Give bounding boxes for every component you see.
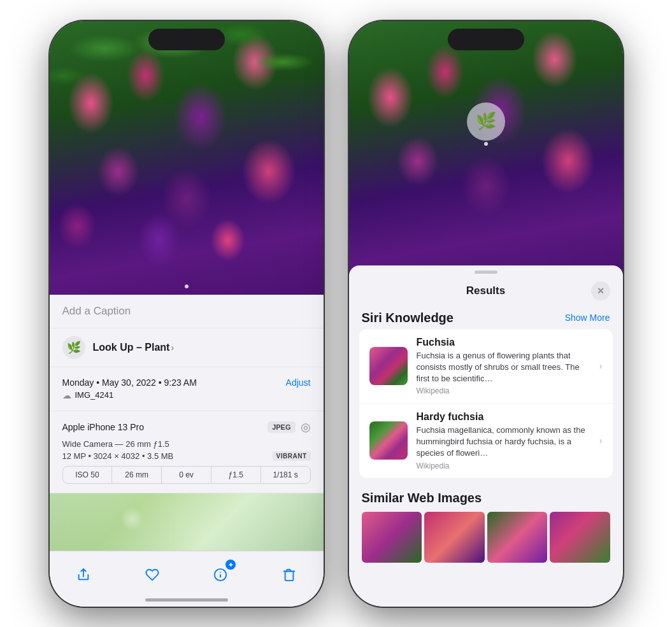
exif-iso: ISO 50 [63,467,113,483]
show-more-button[interactable]: Show More [565,313,610,323]
vibrant-badge: VIBRANT [273,451,311,461]
hardy-name: Hardy fuchsia [417,411,590,423]
caption-placeholder: Add a Caption [62,305,131,317]
exif-ev: 0 ev [162,467,211,483]
date-section: Monday • May 30, 2022 • 9:23 AM Adjust ☁… [50,367,324,411]
map-area[interactable] [50,493,324,557]
photo-area-right: 🌿 [349,21,623,276]
similar-section: Similar Web Images [349,481,623,568]
knowledge-item-hardy[interactable]: Hardy fuchsia Fuchsia magellanica, commo… [359,404,613,478]
camera-spec: Wide Camera — 26 mm ƒ1.5 [62,439,311,449]
siri-knowledge-header: Siri Knowledge Show More [349,306,623,329]
delete-button[interactable] [275,561,303,589]
similar-images-grid [362,512,610,563]
lookup-icon: 🌿 [62,336,85,359]
cloud-icon: ☁ [62,390,71,400]
device-name: Apple iPhone 13 Pro [62,422,144,432]
siri-knowledge-title: Siri Knowledge [362,311,454,325]
knowledge-item-fuchsia[interactable]: Fuchsia Fuchsia is a genus of flowering … [359,329,613,404]
info-button[interactable]: ✦ [206,561,234,589]
home-indicator-left [145,598,228,602]
exif-aperture: ƒ1.5 [211,467,261,483]
dynamic-island-left [148,29,225,50]
hardy-content: Hardy fuchsia Fuchsia magellanica, commo… [417,411,590,470]
hardy-chevron: › [599,435,603,446]
hardy-desc: Fuchsia magellanica, commonly known as t… [417,425,590,460]
results-sheet: Results ✕ Siri Knowledge Show More Fuchs… [349,265,623,607]
similar-image-3[interactable] [487,512,548,563]
siri-dot [484,142,488,146]
photo-dot-indicator [185,285,189,288]
exif-focal: 26 mm [112,467,162,483]
fuchsia-thumbnail [369,347,408,385]
lookup-row[interactable]: 🌿 Look Up – Plant› [50,328,324,367]
exif-row: ISO 50 26 mm 0 ev ƒ1.5 1/181 s [62,466,311,484]
left-screen: Add a Caption 🌿 Look Up – Plant› Monday … [50,21,324,607]
similar-title: Similar Web Images [362,491,610,505]
dynamic-island-right [448,29,524,50]
badge-group: JPEG ◎ [268,420,310,434]
similar-image-1[interactable] [362,512,422,563]
fuchsia-source: Wikipedia [417,386,590,395]
adjust-button[interactable]: Adjust [286,377,311,388]
siri-icon-overlay: 🌿 [467,102,505,141]
fuchsia-name: Fuchsia [417,337,590,348]
lookup-text: Look Up – Plant› [93,342,175,353]
fuchsia-content: Fuchsia Fuchsia is a genus of flowering … [417,337,590,396]
siri-leaf-icon: 🌿 [476,111,496,131]
close-button[interactable]: ✕ [591,281,610,300]
device-section: Apple iPhone 13 Pro JPEG ◎ Wide Camera —… [50,411,324,493]
mp-info: 12 MP • 3024 × 4032 • 3.5 MB [62,451,174,461]
share-button[interactable] [69,561,97,589]
info-badge: ✦ [225,560,236,570]
knowledge-card: Fuchsia Fuchsia is a genus of flowering … [359,329,613,478]
caption-area[interactable]: Add a Caption [50,295,324,328]
left-phone: Add a Caption 🌿 Look Up – Plant› Monday … [50,21,324,607]
hardy-thumbnail [369,421,408,460]
favorite-button[interactable] [138,561,166,589]
fuchsia-chevron: › [599,361,603,371]
right-phone: 🌿 Results ✕ Siri Knowledge Show More [349,21,623,607]
results-header: Results ✕ [349,274,623,306]
similar-image-4[interactable] [550,512,610,563]
photo-area-left[interactable] [50,21,324,295]
date-text: Monday • May 30, 2022 • 9:23 AM [62,377,197,388]
right-screen: 🌿 Results ✕ Siri Knowledge Show More [349,21,623,607]
lens-icon: ◎ [301,420,311,434]
format-badge: JPEG [268,421,295,433]
fuchsia-desc: Fuchsia is a genus of flowering plants t… [417,350,590,385]
exif-shutter: 1/181 s [261,467,310,483]
hardy-source: Wikipedia [417,461,590,470]
filename-text: IMG_4241 [75,390,114,400]
results-title: Results [381,285,591,297]
similar-image-2[interactable] [424,512,485,563]
